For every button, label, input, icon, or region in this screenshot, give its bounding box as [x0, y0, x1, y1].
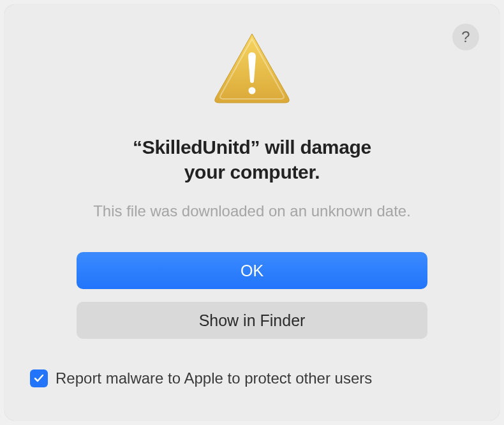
report-checkbox-row: Report malware to Apple to protect other…: [30, 369, 372, 387]
ok-button[interactable]: OK: [77, 252, 427, 289]
report-checkbox-label: Report malware to Apple to protect other…: [56, 369, 372, 387]
help-button[interactable]: ?: [452, 24, 479, 50]
svg-point-0: [249, 87, 256, 94]
alert-dialog: ? “SkilledUnitd” will damage your comput…: [4, 4, 500, 421]
checkmark-icon: [33, 372, 45, 385]
show-in-finder-button[interactable]: Show in Finder: [77, 302, 427, 339]
dialog-subtitle: This file was downloaded on an unknown d…: [93, 202, 411, 220]
help-icon: ?: [461, 28, 470, 46]
warning-icon: [211, 30, 293, 109]
report-checkbox[interactable]: [30, 369, 48, 387]
dialog-title-line1: “SkilledUnitd” will damage: [133, 135, 371, 160]
dialog-title-line2: your computer.: [133, 160, 371, 184]
dialog-title: “SkilledUnitd” will damage your computer…: [133, 135, 371, 184]
